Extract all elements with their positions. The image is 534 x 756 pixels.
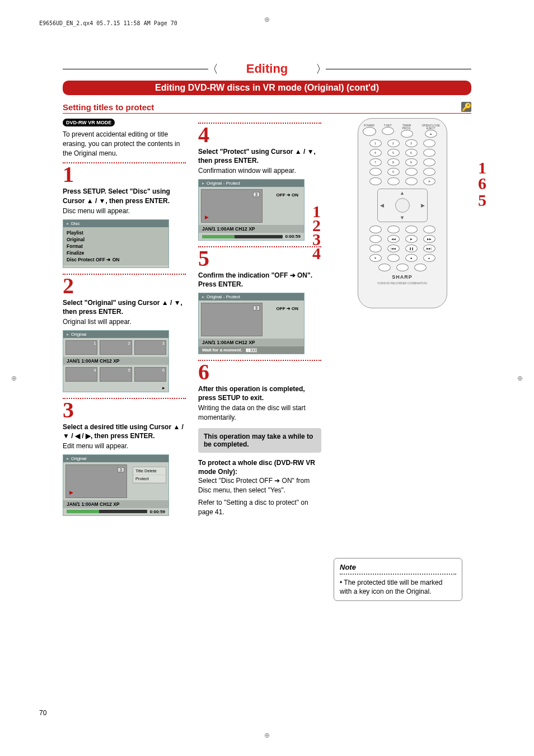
dpad-enter xyxy=(395,198,410,213)
step-3-body: Edit menu will appear. xyxy=(63,442,186,451)
step-divider xyxy=(63,398,186,399)
step-2-head: Select "Original" using Cursor ▲ / ▼, th… xyxy=(63,298,186,316)
dpad-left-icon: ◀ xyxy=(380,203,384,208)
osd-onoff: OFF ➔ ON xyxy=(277,192,298,198)
step-6-head: After this operation is completed, press… xyxy=(198,384,321,402)
crop-mark-left: ⊕ xyxy=(11,374,17,382)
step-number-2: 2 xyxy=(63,276,186,296)
step-divider xyxy=(63,162,186,163)
step-number-4: 4 xyxy=(198,125,321,145)
osd-protect-title-2: Original - Protect xyxy=(199,293,304,300)
remote-button: ▲ xyxy=(425,130,437,138)
note-body: • The protected title will be marked wit… xyxy=(340,578,456,596)
osd-thumb: 3 xyxy=(134,340,166,355)
step-number-3: 3 xyxy=(63,400,186,420)
remote-label: OPEN/CLOSE EJECT xyxy=(420,124,442,130)
intro-text: To prevent accidental editing or title e… xyxy=(63,130,186,158)
remote-button: 1 xyxy=(369,139,382,147)
step-1-body: Disc menu will appear. xyxy=(63,206,186,216)
osd-edit-item: Title Delete xyxy=(133,467,166,475)
osd-strip: JAN/1 1:00AM CH12 XP xyxy=(63,357,168,365)
osd-edit-menu: Original 3 ▶ Title Delete Protect JAN/1 … xyxy=(63,454,169,516)
step-divider xyxy=(198,123,321,124)
remote-button xyxy=(369,168,382,176)
osd-thumb: 4 xyxy=(65,367,97,382)
note-title: Note xyxy=(340,563,456,571)
remote-button: ⟳ xyxy=(423,177,435,185)
osd-protect-2: Original - Protect 3 OFF ➔ ON JAN/1 1:00… xyxy=(198,293,305,354)
osd-thumb: 1 xyxy=(65,340,97,355)
osd-disc-item: Original xyxy=(67,236,165,243)
column-left: DVD-RW VR MODE To prevent accidental edi… xyxy=(63,118,186,601)
remote-button xyxy=(396,264,409,271)
remote-button xyxy=(405,226,418,233)
step-3-head: Select a desired title using Cursor ▲ / … xyxy=(63,422,186,440)
osd-original-title-2: Original xyxy=(63,455,168,462)
remote-button: ▼ xyxy=(369,254,382,262)
whole-disc-head: To protect a whole disc (DVD-RW VR mode … xyxy=(198,458,321,476)
remote-button xyxy=(387,177,400,185)
osd-disc-item: Disc Protect OFF ➔ ON xyxy=(67,256,165,263)
remote-button xyxy=(405,177,418,185)
page-title-wrap: 〈 Editing 〉 xyxy=(63,62,471,76)
osd-progress xyxy=(67,510,147,513)
dpad-down-icon: ▼ xyxy=(400,215,405,220)
remote-button: 0 xyxy=(387,168,400,176)
osd-disc-item: Playlist xyxy=(67,229,165,236)
osd-disc-title: Disc xyxy=(63,220,168,227)
remote-button: ■ xyxy=(405,254,418,262)
play-icon: ▶ xyxy=(205,214,209,220)
chevron-right-icon: 〉 xyxy=(316,62,327,77)
remote-button xyxy=(423,158,435,166)
remote-button xyxy=(387,226,400,233)
remote-button xyxy=(423,149,435,157)
osd-thumb: 5 xyxy=(100,367,132,382)
remote-button: 8 xyxy=(387,158,400,166)
step-divider xyxy=(63,274,186,275)
osd-protect-title: Original - Protect xyxy=(199,180,304,187)
page-title: Editing xyxy=(229,62,305,76)
osd-edit-options: Title Delete Protect xyxy=(133,467,166,483)
play-icon: ▶ xyxy=(69,490,73,495)
step-5-head: Confirm the indication "OFF ➔ ON". Press… xyxy=(198,271,321,289)
remote-label: TIMER PROG. xyxy=(400,124,414,130)
step-4-body: Confirmation window will appear. xyxy=(198,166,321,176)
dpad-right-icon: ▶ xyxy=(421,203,425,208)
column-right: POWER T-SET TIMER PROG. OPEN/CLOSE EJECT… xyxy=(334,118,471,601)
remote-button xyxy=(423,139,435,147)
section-heading-text: Setting titles to protect xyxy=(63,102,154,112)
page-subtitle: Editing DVD-RW discs in VR mode (Origina… xyxy=(63,81,471,95)
remote-button: 9 xyxy=(405,158,418,166)
osd-original-title: Original xyxy=(63,331,168,338)
remote-button: 3 xyxy=(405,139,418,147)
note-divider xyxy=(340,574,456,575)
step-number-1: 1 xyxy=(63,165,186,185)
osd-disc-item: Finalize xyxy=(67,250,165,256)
remote-button xyxy=(378,264,391,271)
whole-disc-body1: Select "Disc Protect OFF ➔ ON" from Disc… xyxy=(198,476,321,495)
remote-button xyxy=(363,127,376,136)
remote-button xyxy=(401,130,413,138)
crop-mark-bottom: ⊕ xyxy=(264,731,270,739)
osd-thumb: 2 xyxy=(100,340,132,355)
chevron-left-icon: 〈 xyxy=(207,62,218,77)
remote-button: 2 xyxy=(387,139,400,147)
osd-original-list: Original 1 2 3 JAN/1 1:00AM CH12 XP 4 5 … xyxy=(63,330,169,392)
osd-strip: JAN/1 1:00AM CH12 XP xyxy=(199,225,304,233)
info-box: This operation may take a while to be co… xyxy=(198,428,321,453)
step-number-6: 6 xyxy=(198,362,321,382)
remote-button xyxy=(369,245,382,252)
dpad-up-icon: ▲ xyxy=(400,190,405,196)
osd-disc-menu: Disc Playlist Original Format Finalize D… xyxy=(63,219,169,268)
step-6-body: Writing the data on the disc will start … xyxy=(198,403,321,422)
remote-button xyxy=(382,127,394,135)
remote-button xyxy=(369,235,382,243)
osd-strip: JAN/1 1:00AM CH12 XP xyxy=(199,339,304,346)
remote-subbrand: VCR/DVD RECORDER COMBINATION xyxy=(377,281,427,285)
crop-mark-top: ⊕ xyxy=(264,16,270,24)
prepress-header: E9656UD_EN_2.qx4 05.7.15 11:58 AM Page 7… xyxy=(39,20,177,26)
remote-button: ❚❚ xyxy=(405,245,418,252)
remote-button: ▶▶ xyxy=(423,235,435,243)
callout-right-5: 5 xyxy=(478,191,486,210)
step-divider xyxy=(198,246,321,247)
